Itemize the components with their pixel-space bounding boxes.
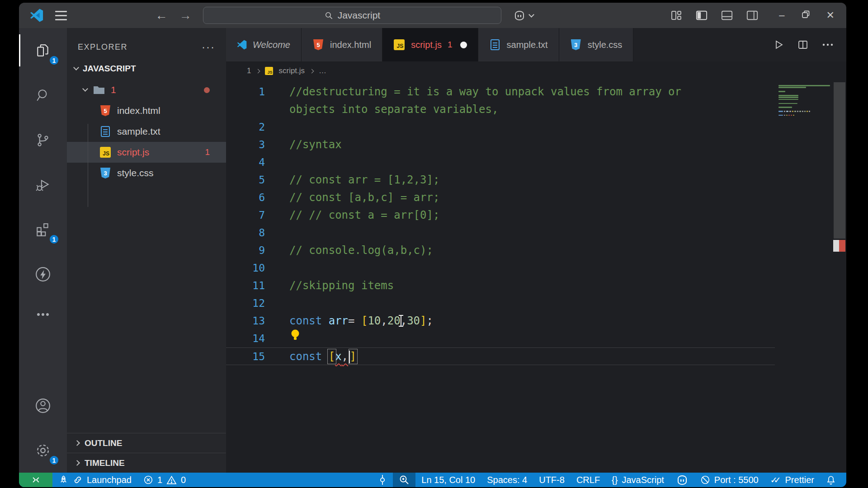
launchpad-button[interactable]: Launchpad [52,473,137,487]
breadcrumb-symbol[interactable]: … [319,66,326,75]
line-number[interactable]: 11 [226,277,265,295]
scrollbar[interactable] [833,80,846,473]
settings-button[interactable]: 1 [19,428,67,473]
toggle-panel-icon[interactable] [721,9,733,21]
minimap[interactable] [775,80,833,473]
code-lines[interactable]: 1//destructuring = it is a way to unpack… [226,80,775,473]
tree-item-index-html[interactable]: 5 index.html [67,100,226,121]
nav-back-button[interactable]: ← [155,9,167,22]
cursor-position-indicator[interactable]: Ln 15, Col 10 [415,473,481,487]
notifications-bell[interactable] [820,473,842,487]
code-line-1[interactable]: 1//destructuring = it is a way to unpack… [226,83,775,101]
line-number[interactable]: 13 [226,312,265,330]
line-number[interactable]: 9 [226,242,265,259]
timeline-panel-header[interactable]: TIMELINE [67,453,226,473]
breadcrumb-file[interactable]: script.js [278,66,305,75]
code-line-5[interactable]: 5// const arr = [1,2,3]; [226,171,775,189]
indentation-indicator[interactable]: Spaces: 4 [481,473,533,487]
restore-button[interactable] [801,10,810,21]
code-text: // // const a = arr[0]; [289,206,439,224]
line-number[interactable]: 8 [226,224,265,242]
code-line-9[interactable]: 9// console.log(a,b,c); [226,242,775,259]
more-actions-button[interactable] [822,43,834,47]
language-mode-indicator[interactable]: {} JavaScript [606,473,670,487]
copilot-status[interactable] [670,473,694,487]
activity-source-control-button[interactable] [19,117,67,162]
code-line-3[interactable]: 3//syntax [226,136,775,154]
tree-item-folder-1[interactable]: 1 [67,80,226,100]
scrollbar-slider[interactable] [834,82,845,239]
outline-panel-header[interactable]: OUTLINE [67,433,226,453]
activity-more-button[interactable] [19,296,67,333]
command-center-search[interactable]: Javascript [203,7,501,24]
run-file-button[interactable] [773,39,784,50]
code-line-2[interactable]: 2 [226,118,775,136]
line-number[interactable]: 4 [226,154,265,171]
screencast-indicator[interactable] [372,473,393,487]
tab-style-css[interactable]: 3 style.css [559,28,634,61]
code-line-15[interactable]: 15const [x,] [226,347,775,365]
code-token: arr [329,314,348,327]
line-number[interactable]: 6 [226,189,265,206]
unsaved-dot[interactable] [460,42,467,48]
line-number[interactable]: 5 [226,171,265,189]
code-line-4[interactable]: 4 [226,154,775,171]
tree-item-style-css[interactable]: 3 style.css [67,163,226,183]
activity-run-debug-button[interactable] [19,162,67,207]
eol-indicator[interactable]: CRLF [571,473,606,487]
live-server-port[interactable]: Port : 5500 [694,473,764,487]
tree-item-sample-txt[interactable]: sample.txt [67,121,226,142]
code-line-12[interactable]: 12 [226,295,775,312]
minimize-button[interactable]: – [779,10,784,20]
tab-script-js[interactable]: JS script.js 1 [382,28,478,61]
activity-extensions-button[interactable]: 1 [19,207,67,252]
overview-cursor-marker [833,240,839,252]
encoding-indicator[interactable]: UTF-8 [533,473,571,487]
activity-search-button[interactable] [19,73,67,117]
activity-explorer-button[interactable]: 1 [19,28,67,73]
activity-thunder-client-button[interactable] [19,252,67,296]
screencast-icon [378,474,387,485]
line-number[interactable]: 12 [226,295,265,312]
vscode-logo-icon [237,40,247,50]
close-button[interactable]: ✕ [826,10,835,20]
accounts-button[interactable] [19,383,67,428]
nav-forward-button[interactable]: → [179,9,191,22]
split-editor-button[interactable] [797,39,808,50]
line-number[interactable]: 10 [226,259,265,277]
breadcrumb-folder[interactable]: 1 [247,66,251,75]
line-number[interactable]: 2 [226,118,265,136]
zoom-indicator[interactable] [393,473,415,487]
code-line-14[interactable]: 14 [226,330,775,347]
workspace-section-javascript[interactable]: JAVASCRIPT [67,58,226,80]
lightbulb-icon[interactable] [289,328,301,347]
line-number[interactable]: 7 [226,206,265,224]
line-number[interactable]: 3 [226,136,265,154]
customize-layout-icon[interactable] [670,9,682,21]
menu-hamburger-icon[interactable] [55,11,67,20]
problems-indicator[interactable]: 1 0 [137,473,192,487]
line-number[interactable]: 1 [226,83,265,101]
chevron-down-icon [73,65,79,70]
code-line-1-wrap[interactable]: objects into separate variables, [226,101,775,118]
tab-sample-txt[interactable]: sample.txt [478,28,559,61]
extensions-icon [35,222,51,237]
code-line-7[interactable]: 7// // const a = arr[0]; [226,206,775,224]
code-line-11[interactable]: 11//skipping items [226,277,775,295]
tab-index-html[interactable]: 5 index.html [302,28,382,61]
code-editor[interactable]: 1//destructuring = it is a way to unpack… [226,80,846,473]
code-line-6[interactable]: 6// const [a,b,c] = arr; [226,189,775,206]
code-line-13[interactable]: 13const arr= [10,20,30]; [226,312,775,330]
toggle-primary-sidebar-icon[interactable] [696,9,708,21]
explorer-more-actions-icon[interactable]: ··· [202,45,215,49]
copilot-menu-button[interactable] [513,10,533,20]
formatter-status[interactable]: ✓✓ Prettier [764,473,820,487]
code-line-8[interactable]: 8 [226,224,775,242]
tab-welcome[interactable]: Welcome [226,28,302,61]
tree-item-script-js[interactable]: JS script.js 1 [67,142,226,163]
remote-indicator[interactable] [19,473,52,487]
toggle-secondary-sidebar-icon[interactable] [746,9,758,21]
line-number[interactable]: 14 [226,330,265,347]
code-line-10[interactable]: 10 [226,259,775,277]
line-number[interactable]: 15 [226,348,265,365]
